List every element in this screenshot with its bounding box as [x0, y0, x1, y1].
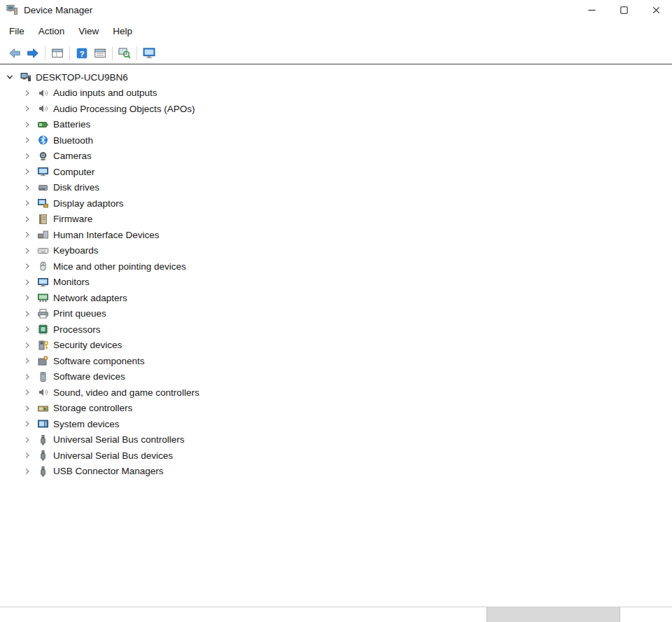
chevron-right-icon[interactable]	[22, 434, 37, 445]
tree-item-row[interactable]: Sound, video and game controllers	[0, 385, 672, 401]
back-arrow-icon	[8, 47, 21, 60]
tree-item-label[interactable]: Firmware	[53, 214, 92, 224]
tree-item-row[interactable]: Mice and other pointing devices	[0, 258, 672, 275]
tree-item-label[interactable]: System devices	[53, 419, 120, 429]
properties-icon	[94, 47, 106, 60]
tree-item-row[interactable]: Audio inputs and outputs	[0, 85, 672, 102]
tree-item-label[interactable]: Security devices	[53, 340, 122, 350]
tree-item-label[interactable]: Bluetooth	[53, 135, 93, 146]
tree-item-label[interactable]: Cameras	[53, 151, 92, 161]
tree-item-row[interactable]: Storage controllers	[0, 401, 672, 417]
chevron-right-icon[interactable]	[22, 261, 37, 272]
tree-root-label[interactable]: DESKTOP-UCU9BN6	[36, 72, 128, 83]
hid-icon	[37, 229, 49, 240]
scan-for-hardware-changes-button[interactable]	[115, 45, 134, 62]
tree-item-row[interactable]: Software devices	[0, 369, 672, 385]
menu-action[interactable]: Action	[31, 22, 72, 41]
software-device-icon	[37, 371, 49, 382]
tree-item-label[interactable]: Mice and other pointing devices	[53, 261, 186, 272]
tree-item-label[interactable]: Software components	[53, 356, 145, 366]
tree-item-label[interactable]: Audio Processing Objects (APOs)	[53, 104, 195, 114]
camera-icon	[37, 151, 49, 162]
tree-item-label[interactable]: Audio inputs and outputs	[53, 88, 158, 98]
forward-button[interactable]	[24, 45, 42, 62]
tree-item-row[interactable]: Processors	[0, 322, 672, 338]
close-button[interactable]	[640, 0, 672, 20]
tree-item-label[interactable]: Software devices	[53, 371, 125, 382]
tree-item-label[interactable]: Sound, video and game controllers	[53, 387, 200, 398]
tree-item-label[interactable]: Processors	[53, 324, 101, 335]
chevron-right-icon[interactable]	[22, 134, 37, 146]
tree-item-row[interactable]: Bluetooth	[0, 132, 672, 148]
back-button[interactable]	[6, 45, 24, 62]
show-console-tree-button[interactable]	[48, 45, 66, 62]
chevron-right-icon[interactable]	[22, 450, 37, 461]
tree-item-row[interactable]: Human Interface Devices	[0, 227, 672, 243]
chevron-right-icon[interactable]	[22, 324, 37, 335]
chevron-right-icon[interactable]	[22, 198, 37, 209]
chevron-right-icon[interactable]	[22, 371, 37, 382]
tree-item-label[interactable]: Print queues	[53, 308, 106, 319]
chevron-right-icon[interactable]	[22, 387, 37, 398]
tree-item-row[interactable]: System devices	[0, 416, 672, 432]
tree-item-label[interactable]: Computer	[53, 167, 94, 177]
tree-root-row[interactable]: DESKTOP-UCU9BN6	[0, 69, 672, 85]
chevron-right-icon[interactable]	[22, 119, 37, 130]
tree-item-row[interactable]: Computer	[0, 164, 672, 180]
chevron-right-icon[interactable]	[22, 214, 37, 225]
tree-item-row[interactable]: Security devices	[0, 338, 672, 354]
chevron-right-icon[interactable]	[22, 355, 37, 366]
tree-item-row[interactable]: Universal Serial Bus controllers	[0, 432, 672, 448]
chevron-right-icon[interactable]	[22, 403, 37, 414]
help-button[interactable]: ?	[73, 45, 91, 62]
chevron-right-icon[interactable]	[22, 418, 37, 429]
tree-item-label[interactable]: Human Interface Devices	[53, 230, 160, 240]
tree-item-row[interactable]: USB Connector Managers	[0, 464, 672, 480]
tree-item-row[interactable]: Audio Processing Objects (APOs)	[0, 101, 672, 117]
tree-item-row[interactable]: Print queues	[0, 306, 672, 322]
tree-item-row[interactable]: Disk drives	[0, 180, 672, 196]
scan-hardware-icon	[118, 47, 131, 60]
menu-help[interactable]: Help	[106, 22, 139, 41]
chevron-right-icon[interactable]	[22, 308, 37, 319]
chevron-right-icon[interactable]	[22, 340, 37, 351]
properties-button[interactable]	[91, 45, 109, 62]
menu-file[interactable]: File	[2, 22, 31, 41]
minimize-button[interactable]	[575, 0, 608, 20]
tree-item-label[interactable]: Storage controllers	[53, 403, 132, 413]
chevron-right-icon[interactable]	[22, 151, 37, 162]
tree-item-row[interactable]: Batteries	[0, 117, 672, 133]
chevron-right-icon[interactable]	[22, 466, 37, 477]
chevron-right-icon[interactable]	[22, 103, 37, 114]
usb-icon	[37, 466, 49, 477]
chevron-right-icon[interactable]	[22, 292, 37, 303]
tree-item-row[interactable]: Keyboards	[0, 243, 672, 259]
tree-item-label[interactable]: Disk drives	[53, 182, 99, 193]
tree-item-label[interactable]: Universal Serial Bus devices	[53, 450, 173, 461]
chevron-right-icon[interactable]	[22, 245, 37, 256]
usb-icon	[37, 450, 49, 461]
tree-item-row[interactable]: Display adaptors	[0, 195, 672, 212]
tree-item-row[interactable]: Universal Serial Bus devices	[0, 448, 672, 464]
chevron-right-icon[interactable]	[22, 182, 37, 193]
tree-item-label[interactable]: USB Connector Managers	[53, 466, 164, 476]
tree-item-row[interactable]: Monitors	[0, 275, 672, 291]
chevron-right-icon[interactable]	[22, 88, 37, 99]
chevron-right-icon[interactable]	[22, 229, 37, 240]
tree-item-label[interactable]: Display adaptors	[53, 198, 124, 209]
tree-item-row[interactable]: Software components	[0, 353, 672, 369]
tree-item-label[interactable]: Network adapters	[53, 293, 127, 303]
menu-view[interactable]: View	[71, 22, 106, 41]
tree-item-label[interactable]: Universal Serial Bus controllers	[53, 434, 185, 445]
tree-item-row[interactable]: Network adapters	[0, 290, 672, 306]
chevron-right-icon[interactable]	[22, 277, 37, 288]
chevron-down-icon[interactable]	[4, 71, 20, 83]
chevron-right-icon[interactable]	[22, 166, 37, 177]
tree-item-row[interactable]: Cameras	[0, 148, 672, 165]
tree-item-label[interactable]: Batteries	[53, 119, 90, 130]
maximize-button[interactable]	[608, 0, 640, 20]
tree-item-row[interactable]: Firmware	[0, 212, 672, 228]
tree-item-label[interactable]: Keyboards	[53, 245, 99, 256]
tree-item-label[interactable]: Monitors	[53, 277, 90, 287]
device-monitor-button[interactable]	[140, 45, 158, 62]
